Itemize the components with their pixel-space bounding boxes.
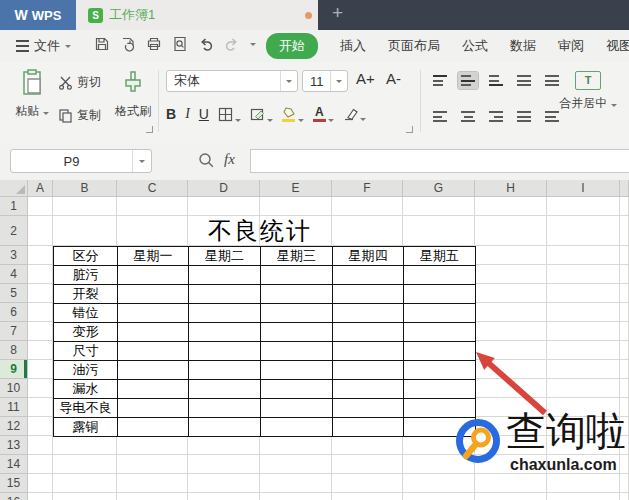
grow-font-button[interactable]: A+ xyxy=(356,70,375,87)
align-center-button[interactable] xyxy=(458,108,478,125)
grid-cell[interactable] xyxy=(28,379,53,398)
grid-cell[interactable] xyxy=(620,284,629,303)
grid-cell[interactable] xyxy=(620,322,629,341)
grid-cell[interactable] xyxy=(28,216,53,246)
table-data-cell[interactable] xyxy=(333,304,404,323)
column-header-A[interactable]: A xyxy=(28,180,53,197)
grid-cell[interactable] xyxy=(28,303,53,322)
table-data-cell[interactable] xyxy=(118,399,189,418)
grid-cell[interactable] xyxy=(547,303,620,322)
table-data-cell[interactable] xyxy=(404,323,476,342)
grid-cell[interactable] xyxy=(53,455,117,474)
table-data-cell[interactable] xyxy=(404,361,476,380)
grid-cell[interactable] xyxy=(620,246,629,265)
clipboard-dialog-launcher[interactable] xyxy=(146,126,153,133)
grid-cell[interactable] xyxy=(28,436,53,455)
grid-cell[interactable] xyxy=(332,436,403,455)
document-tab[interactable]: S 工作簿1 xyxy=(76,0,318,30)
table-data-cell[interactable] xyxy=(261,380,333,399)
grid-cell[interactable] xyxy=(28,341,53,360)
table-row-label[interactable]: 漏水 xyxy=(54,380,118,399)
column-header-F[interactable]: F xyxy=(332,180,403,197)
grid-cell[interactable] xyxy=(547,322,620,341)
row-header-3[interactable]: 3 xyxy=(0,246,28,265)
grid-cell[interactable] xyxy=(28,474,53,493)
grid-cell[interactable] xyxy=(547,360,620,379)
row-header-4[interactable]: 4 xyxy=(0,265,28,284)
grid-cell[interactable] xyxy=(188,436,260,455)
grid-cell[interactable] xyxy=(188,493,260,500)
grid-cell[interactable] xyxy=(620,265,629,284)
highlight-color-button[interactable] xyxy=(282,107,304,122)
name-box[interactable]: P9 xyxy=(10,149,152,173)
table-data-cell[interactable] xyxy=(333,399,404,418)
wps-menu-button[interactable]: W WPS xyxy=(0,0,76,30)
table-data-cell[interactable] xyxy=(333,285,404,304)
table-data-cell[interactable] xyxy=(333,323,404,342)
column-header-E[interactable]: E xyxy=(260,180,332,197)
ribbon-tab-审阅[interactable]: 审阅 xyxy=(558,37,584,55)
ribbon-tab-插入[interactable]: 插入 xyxy=(340,37,366,55)
column-header-partial[interactable] xyxy=(620,180,629,197)
grid-cell[interactable] xyxy=(332,493,403,500)
table-data-cell[interactable] xyxy=(118,266,189,285)
grid-cell[interactable] xyxy=(28,197,53,216)
font-name-select[interactable]: 宋体 xyxy=(166,70,298,92)
save-icon[interactable] xyxy=(94,36,110,52)
font-dialog-launcher[interactable] xyxy=(406,126,413,133)
table-data-cell[interactable] xyxy=(404,266,476,285)
grid-cell[interactable] xyxy=(260,436,332,455)
row-header-12[interactable]: 12 xyxy=(0,417,28,436)
table-row-label[interactable]: 导电不良 xyxy=(54,399,118,418)
table-data-cell[interactable] xyxy=(189,361,261,380)
table-data-cell[interactable] xyxy=(261,361,333,380)
grid-cell[interactable] xyxy=(188,474,260,493)
grid-cell[interactable] xyxy=(620,341,629,360)
grid-cell[interactable] xyxy=(28,265,53,284)
table-row-label[interactable]: 尺寸 xyxy=(54,342,118,361)
table-header-cell[interactable]: 星期五 xyxy=(404,247,476,266)
grid-cell[interactable] xyxy=(475,284,547,303)
paste-dropdown-icon[interactable] xyxy=(43,112,49,115)
table-data-cell[interactable] xyxy=(333,266,404,285)
align-bottom-button[interactable] xyxy=(486,72,506,89)
grid-cell[interactable] xyxy=(28,493,53,500)
column-header-I[interactable]: I xyxy=(547,180,620,197)
row-header-1[interactable]: 1 xyxy=(0,197,28,216)
row-header-5[interactable]: 5 xyxy=(0,284,28,303)
justify-button[interactable] xyxy=(514,108,534,125)
column-header-C[interactable]: C xyxy=(117,180,188,197)
ribbon-tab-公式[interactable]: 公式 xyxy=(462,37,488,55)
table-data-cell[interactable] xyxy=(261,285,333,304)
row-header-16[interactable]: 16 xyxy=(0,493,28,500)
grid-cell[interactable] xyxy=(475,322,547,341)
table-data-cell[interactable] xyxy=(118,380,189,399)
table-data-cell[interactable] xyxy=(189,323,261,342)
table-header-cell[interactable]: 星期四 xyxy=(333,247,404,266)
grid-cell[interactable] xyxy=(403,197,475,216)
formula-input[interactable] xyxy=(250,149,629,173)
ribbon-tab-页面布局[interactable]: 页面布局 xyxy=(388,37,440,55)
grid-cell[interactable] xyxy=(260,474,332,493)
export-icon[interactable] xyxy=(120,36,136,52)
table-data-cell[interactable] xyxy=(333,342,404,361)
grid-cell[interactable] xyxy=(620,197,629,216)
undo-icon[interactable] xyxy=(198,36,214,52)
align-right-button[interactable] xyxy=(486,108,506,125)
table-row-label[interactable]: 错位 xyxy=(54,304,118,323)
row-header-10[interactable]: 10 xyxy=(0,379,28,398)
merge-center-button[interactable]: T 合并居中 xyxy=(552,70,624,112)
table-data-cell[interactable] xyxy=(189,266,261,285)
shrink-font-button[interactable]: A- xyxy=(386,70,401,87)
grid-cell[interactable] xyxy=(547,265,620,284)
table-data-cell[interactable] xyxy=(189,399,261,418)
redo-icon[interactable] xyxy=(224,36,240,52)
table-data-cell[interactable] xyxy=(118,418,189,437)
grid-cell[interactable] xyxy=(117,436,188,455)
ribbon-tab-开始[interactable]: 开始 xyxy=(266,33,318,59)
table-data-cell[interactable] xyxy=(333,418,404,437)
table-data-cell[interactable] xyxy=(118,342,189,361)
grid-cell[interactable] xyxy=(620,360,629,379)
row-header-8[interactable]: 8 xyxy=(0,341,28,360)
cell-shading-button[interactable] xyxy=(250,107,273,122)
